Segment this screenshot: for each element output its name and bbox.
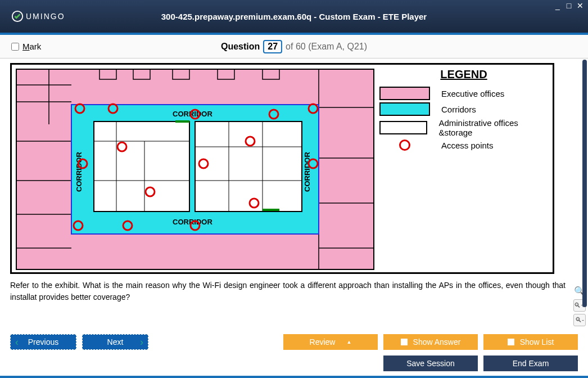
content-area: CORRIDOR CORRIDOR CORRIDOR CORRIDOR [0, 58, 588, 331]
nav-button-row: Previous Next Review Show Answer Show Li… [0, 331, 588, 353]
window-controls: _ □ ✕ [553, 1, 585, 10]
legend-swatch-pink [379, 87, 430, 100]
end-exam-button[interactable]: End Exam [483, 356, 578, 371]
next-label: Next [107, 338, 124, 346]
window-title: 300-425.prepaway.premium.exam.60q - Cust… [161, 12, 427, 21]
vertical-scrollbar[interactable] [582, 60, 587, 307]
legend-row: Access points [379, 140, 548, 151]
bottom-accent [0, 376, 588, 378]
previous-label: Previous [28, 338, 58, 346]
svg-text:CORRIDOR: CORRIDOR [75, 152, 83, 192]
review-button[interactable]: Review [283, 334, 378, 350]
question-label: Question [221, 42, 260, 52]
show-list-label: Show List [520, 338, 554, 346]
next-button[interactable]: Next [82, 334, 148, 350]
previous-button[interactable]: Previous [10, 334, 76, 350]
minimize-icon[interactable]: _ [553, 1, 562, 10]
session-button-row: Save Session End Exam [0, 353, 588, 376]
legend-title: LEGEND [379, 68, 548, 81]
legend-label: Access points [441, 141, 494, 150]
close-icon[interactable]: ✕ [576, 1, 585, 10]
maximize-icon[interactable]: □ [564, 1, 573, 10]
save-session-button[interactable]: Save Session [383, 356, 478, 371]
legend: LEGEND Executive offices Corridors Admin… [379, 68, 548, 153]
svg-rect-21 [195, 122, 302, 212]
legend-label: Corridors [441, 105, 476, 114]
show-list-button[interactable]: Show List [483, 334, 578, 350]
end-exam-label: End Exam [513, 359, 549, 368]
legend-label: Administrative offices &storage [438, 118, 548, 137]
legend-row: Executive offices [379, 87, 548, 100]
exhibit-image: CORRIDOR CORRIDOR CORRIDOR CORRIDOR [10, 63, 554, 274]
legend-ap-circle-icon [399, 140, 410, 151]
question-context: of 60 (Exam A, Q21) [286, 42, 367, 52]
legend-label: Executive offices [441, 89, 504, 98]
legend-swatch-white [379, 121, 427, 134]
question-text: Refer to the exhibit. What is the main r… [10, 280, 566, 303]
question-number: 27 [263, 40, 282, 53]
show-answer-button[interactable]: Show Answer [383, 334, 478, 350]
legend-row: Administrative offices &storage [379, 118, 548, 137]
mark-checkbox-input[interactable] [11, 43, 19, 51]
question-header: Mark Question 27 of 60 (Exam A, Q21) [0, 35, 588, 58]
show-answer-label: Show Answer [413, 338, 461, 346]
review-label: Review [310, 338, 336, 346]
save-session-label: Save Session [406, 359, 455, 368]
legend-row: Corridors [379, 102, 548, 116]
logo-check-icon [11, 10, 24, 22]
mark-label: Mark [22, 42, 41, 51]
question-indicator: Question 27 of 60 (Exam A, Q21) [221, 40, 367, 53]
legend-swatch-cyan [379, 102, 430, 116]
app-logo: UMINGO [11, 10, 65, 22]
title-bar: UMINGO 300-425.prepaway.premium.exam.60q… [0, 0, 588, 33]
floorplan-svg: CORRIDOR CORRIDOR CORRIDOR CORRIDOR [15, 68, 375, 271]
scroll-area: CORRIDOR CORRIDOR CORRIDOR CORRIDOR [0, 58, 571, 331]
mark-checkbox[interactable]: Mark [11, 42, 41, 51]
logo-text: UMINGO [26, 12, 65, 21]
svg-rect-20 [94, 122, 189, 212]
svg-text:CORRIDOR: CORRIDOR [303, 152, 311, 192]
zoom-out-button[interactable]: 🔍︎- [573, 314, 586, 326]
